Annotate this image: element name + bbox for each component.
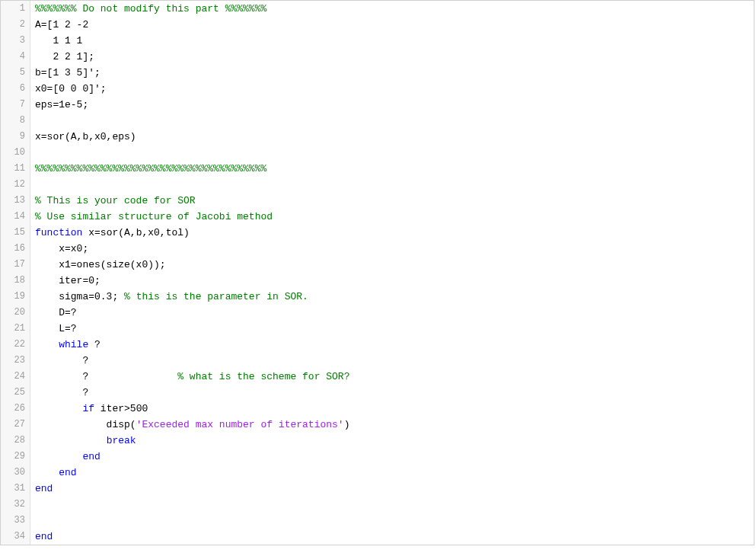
code-line[interactable]: 32 xyxy=(1,497,754,513)
code-content[interactable]: x1=ones(size(x0)); xyxy=(30,257,754,273)
code-line[interactable]: 16 x=x0; xyxy=(1,241,754,257)
code-line[interactable]: 3 1 1 1 xyxy=(1,33,754,49)
line-number: 13 xyxy=(1,193,30,209)
line-number: 30 xyxy=(1,465,30,481)
line-number: 5 xyxy=(1,65,30,81)
code-content[interactable]: % This is your code for SOR xyxy=(30,193,754,209)
code-line[interactable]: 6x0=[0 0 0]'; xyxy=(1,81,754,97)
code-content[interactable]: eps=1e-5; xyxy=(30,97,754,113)
code-token: end xyxy=(35,483,53,494)
code-line[interactable]: 12 xyxy=(1,177,754,193)
code-line[interactable]: 18 iter=0; xyxy=(1,273,754,289)
code-line[interactable]: 14% Use similar structure of Jacobi meth… xyxy=(1,209,754,225)
line-number: 16 xyxy=(1,241,30,257)
code-token: 1 1 1 xyxy=(35,35,82,46)
code-line[interactable]: 17 x1=ones(size(x0)); xyxy=(1,257,754,273)
code-content[interactable]: function x=sor(A,b,x0,tol) xyxy=(30,225,754,241)
code-content[interactable]: ? % what is the scheme for SOR? xyxy=(30,369,754,385)
line-number: 25 xyxy=(1,385,30,401)
code-line[interactable]: 4 2 2 1]; xyxy=(1,49,754,65)
code-line[interactable]: 8 xyxy=(1,113,754,129)
code-content[interactable]: end xyxy=(30,465,754,481)
code-content[interactable]: 2 2 1]; xyxy=(30,49,754,65)
code-line[interactable]: 22 while ? xyxy=(1,337,754,353)
code-line[interactable]: 20 D=? xyxy=(1,305,754,321)
code-line[interactable]: 29 end xyxy=(1,449,754,465)
code-content[interactable]: 1 1 1 xyxy=(30,33,754,49)
code-content[interactable]: ? xyxy=(30,353,754,369)
code-content[interactable]: sigma=0.3; % this is the parameter in SO… xyxy=(30,289,754,305)
code-line[interactable]: 34end xyxy=(1,529,754,545)
code-line[interactable]: 10 xyxy=(1,145,754,161)
line-number: 20 xyxy=(1,305,30,321)
code-token: 2 2 1]; xyxy=(35,51,94,62)
line-number: 31 xyxy=(1,481,30,497)
code-content[interactable]: disp('Exceeded max number of iterations'… xyxy=(30,417,754,433)
line-number: 22 xyxy=(1,337,30,353)
code-token: % this is the parameter in SOR. xyxy=(124,291,308,302)
code-content[interactable]: % Use similar structure of Jacobi method xyxy=(30,209,754,225)
code-line[interactable]: 7eps=1e-5; xyxy=(1,97,754,113)
code-line[interactable]: 26 if iter>500 xyxy=(1,401,754,417)
code-content[interactable]: while ? xyxy=(30,337,754,353)
code-line[interactable]: 5b=[1 3 5]'; xyxy=(1,65,754,81)
code-line[interactable]: 13% This is your code for SOR xyxy=(1,193,754,209)
code-content[interactable]: D=? xyxy=(30,305,754,321)
line-number: 32 xyxy=(1,497,30,513)
code-content[interactable]: end xyxy=(30,529,754,545)
code-editor[interactable]: 1%%%%%%% Do not modify this part %%%%%%%… xyxy=(0,0,754,545)
code-line[interactable]: 21 L=? xyxy=(1,321,754,337)
code-token: break xyxy=(107,435,136,446)
code-token: 'Exceeded max number of iterations' xyxy=(136,419,344,430)
code-line[interactable]: 25 ? xyxy=(1,385,754,401)
line-number: 28 xyxy=(1,433,30,449)
code-token: ) xyxy=(344,419,350,430)
code-content[interactable]: x0=[0 0 0]'; xyxy=(30,81,754,97)
code-content[interactable]: if iter>500 xyxy=(30,401,754,417)
code-content[interactable]: end xyxy=(30,449,754,465)
code-line[interactable]: 27 disp('Exceeded max number of iteratio… xyxy=(1,417,754,433)
code-content[interactable]: %%%%%%%%%%%%%%%%%%%%%%%%%%%%%%%%%%%%%%% xyxy=(30,161,754,177)
code-line[interactable]: 28 break xyxy=(1,433,754,449)
code-line[interactable]: 31end xyxy=(1,481,754,497)
code-line[interactable]: 2A=[1 2 -2 xyxy=(1,17,754,33)
code-content[interactable]: A=[1 2 -2 xyxy=(30,17,754,33)
line-number: 1 xyxy=(1,1,30,17)
code-line[interactable]: 1%%%%%%% Do not modify this part %%%%%%% xyxy=(1,1,754,17)
code-line[interactable]: 30 end xyxy=(1,465,754,481)
code-line[interactable]: 15function x=sor(A,b,x0,tol) xyxy=(1,225,754,241)
line-number: 23 xyxy=(1,353,30,369)
code-line[interactable]: 9x=sor(A,b,x0,eps) xyxy=(1,129,754,145)
line-number: 26 xyxy=(1,401,30,417)
code-content[interactable]: break xyxy=(30,433,754,449)
line-number: 19 xyxy=(1,289,30,305)
code-content[interactable]: b=[1 3 5]'; xyxy=(30,65,754,81)
code-line[interactable]: 19 sigma=0.3; % this is the parameter in… xyxy=(1,289,754,305)
line-number: 2 xyxy=(1,17,30,33)
code-line[interactable]: 24 ? % what is the scheme for SOR? xyxy=(1,369,754,385)
code-token xyxy=(35,403,82,414)
code-token: disp( xyxy=(35,419,136,430)
code-line[interactable]: 11%%%%%%%%%%%%%%%%%%%%%%%%%%%%%%%%%%%%%%… xyxy=(1,161,754,177)
code-content[interactable]: L=? xyxy=(30,321,754,337)
code-token: iter=0; xyxy=(35,275,100,286)
code-content[interactable]: iter=0; xyxy=(30,273,754,289)
code-content[interactable]: x=x0; xyxy=(30,241,754,257)
code-token: % This is your code for SOR xyxy=(35,195,196,206)
code-content[interactable]: end xyxy=(30,481,754,497)
line-number: 7 xyxy=(1,97,30,113)
line-number: 3 xyxy=(1,33,30,49)
code-token: while xyxy=(59,339,88,350)
code-line[interactable]: 23 ? xyxy=(1,353,754,369)
line-number: 18 xyxy=(1,273,30,289)
code-token xyxy=(35,435,107,446)
code-token xyxy=(35,339,59,350)
code-content[interactable]: x=sor(A,b,x0,eps) xyxy=(30,129,754,145)
code-content[interactable]: ? xyxy=(30,385,754,401)
code-token: end xyxy=(35,531,53,542)
line-number: 12 xyxy=(1,177,30,193)
code-content[interactable]: %%%%%%% Do not modify this part %%%%%%% xyxy=(30,1,754,17)
code-token: %%%%%%%%%%%%%%%%%%%%%%%%%%%%%%%%%%%%%%% xyxy=(35,163,266,174)
code-line[interactable]: 33 xyxy=(1,513,754,529)
line-number: 9 xyxy=(1,129,30,145)
